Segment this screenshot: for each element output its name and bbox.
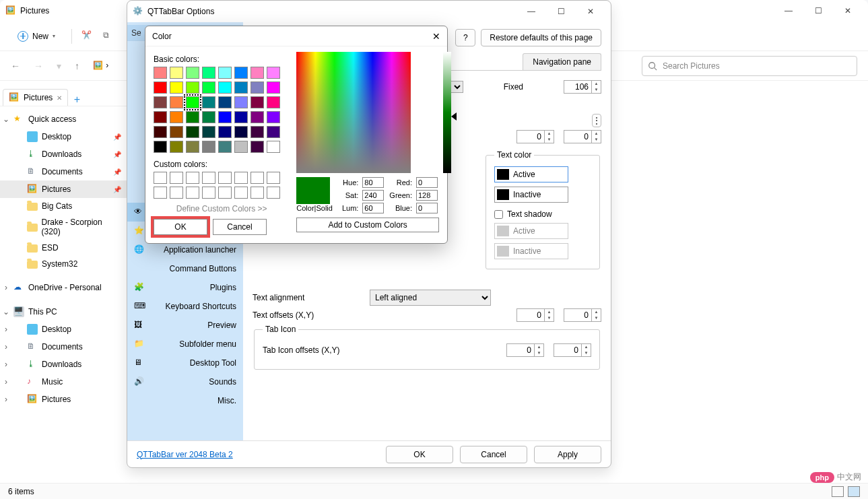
help-button[interactable]: ? [455, 29, 475, 46]
luminance-bar[interactable] [443, 52, 451, 173]
fixed-input[interactable] [564, 80, 592, 94]
custom-color-cell[interactable] [218, 172, 232, 184]
tree-esd[interactable]: ESD [0, 240, 127, 256]
back-button[interactable]: ← [11, 61, 20, 71]
input[interactable] [516, 308, 545, 322]
side-item-keyboard[interactable]: ⌨Keyboard Shortcuts [127, 297, 243, 316]
basic-color-cell[interactable] [154, 111, 167, 123]
basic-color-cell[interactable] [202, 67, 215, 79]
tree-downloads[interactable]: ⭳Downloads📌 [0, 145, 127, 163]
pc-downloads[interactable]: ›⭳Downloads [0, 356, 127, 373]
basic-color-cell[interactable] [251, 141, 264, 153]
copy-icon[interactable]: ⧉ [103, 30, 115, 42]
custom-color-cell[interactable] [234, 187, 248, 199]
basic-color-cell[interactable] [154, 96, 167, 108]
version-link[interactable]: QTTabBar ver 2048 Beta 2 [137, 450, 233, 459]
basic-color-cell[interactable] [186, 141, 199, 153]
custom-color-cell[interactable] [170, 187, 183, 199]
basic-color-cell[interactable] [234, 126, 248, 138]
basic-color-cell[interactable] [186, 96, 199, 108]
custom-color-cell[interactable] [251, 172, 264, 184]
basic-color-cell[interactable] [170, 141, 183, 153]
forward-button[interactable]: → [34, 61, 43, 71]
basic-color-cell[interactable] [170, 67, 183, 79]
cut-icon[interactable]: ✂️ [81, 30, 94, 42]
side-item-cmdbuttons[interactable]: Command Buttons [127, 259, 243, 278]
text-offset-x[interactable]: ▲▼ [516, 308, 554, 322]
view-list-button[interactable] [832, 486, 844, 497]
basic-color-cell[interactable] [202, 111, 215, 123]
recent-button[interactable]: ▾ [57, 61, 61, 71]
custom-color-cell[interactable] [154, 187, 167, 199]
restore-defaults-button[interactable]: Restore defaults of this page [481, 29, 601, 46]
basic-color-cell[interactable] [218, 96, 232, 108]
tab-pictures[interactable]: 🖼️ Pictures ✕ [3, 89, 68, 106]
close-button[interactable]: ✕ [833, 1, 863, 20]
input[interactable] [564, 130, 592, 143]
input[interactable] [564, 308, 592, 322]
close-button[interactable]: ✕ [432, 31, 440, 42]
text-shadow-checkbox[interactable]: Text shadow [494, 209, 591, 219]
basic-color-cell[interactable] [154, 126, 167, 138]
side-item-subfolder[interactable]: 📁Subfolder menu [127, 335, 243, 354]
basic-color-cell[interactable] [267, 111, 280, 123]
tree-pictures[interactable]: 🖼️Pictures📌 [0, 180, 127, 198]
side-item-misc[interactable]: Misc. [127, 391, 243, 410]
options-cancel-button[interactable]: Cancel [460, 446, 527, 463]
basic-color-cell[interactable] [170, 126, 183, 138]
picker-button[interactable]: ⋮ [592, 114, 601, 127]
basic-color-cell[interactable] [251, 96, 264, 108]
pc-desktop[interactable]: ›Desktop [0, 321, 127, 338]
tabicon-offset-x[interactable]: ▲▼ [506, 343, 544, 357]
side-item-preview[interactable]: 🖼Preview [127, 316, 243, 335]
maximize-button[interactable]: ☐ [803, 1, 833, 20]
maximize-button[interactable]: ☐ [546, 2, 576, 21]
basic-color-cell[interactable] [170, 96, 183, 108]
basic-color-cell[interactable] [154, 81, 167, 94]
basic-color-cell[interactable] [218, 81, 232, 94]
color-cancel-button[interactable]: Cancel [213, 219, 267, 235]
custom-color-cell[interactable] [186, 172, 199, 184]
text-alignment-select[interactable]: Left aligned [370, 290, 491, 306]
basic-color-cell[interactable] [186, 67, 199, 79]
tree-system32[interactable]: System32 [0, 256, 127, 272]
tree-drake[interactable]: Drake - Scorpion (320) [0, 214, 127, 240]
basic-color-cell[interactable] [202, 81, 215, 94]
basic-color-cell[interactable] [218, 141, 232, 153]
quick-access[interactable]: ⌄★Quick access [0, 110, 127, 128]
basic-color-cell[interactable] [234, 96, 248, 108]
green-input[interactable] [416, 190, 438, 201]
side-item-sounds[interactable]: 🔊Sounds [127, 372, 243, 391]
input[interactable] [554, 343, 582, 357]
basic-color-cell[interactable] [186, 126, 199, 138]
basic-color-cell[interactable] [251, 81, 264, 94]
active-color-button[interactable]: Active [494, 166, 568, 182]
basic-color-cell[interactable] [251, 126, 264, 138]
input[interactable] [506, 343, 535, 357]
fixed-spinner[interactable]: ▲▼ [564, 80, 601, 94]
basic-color-cell[interactable] [267, 141, 280, 153]
view-thumb-button[interactable] [848, 486, 860, 497]
close-tab-icon[interactable]: ✕ [57, 94, 62, 102]
basic-color-cell[interactable] [202, 96, 215, 108]
new-button[interactable]: New ▾ [11, 28, 62, 44]
subtab-navpane[interactable]: Navigation pane [523, 53, 601, 70]
basic-color-cell[interactable] [234, 81, 248, 94]
pc-music[interactable]: ›♪Music [0, 373, 127, 391]
custom-color-cell[interactable] [267, 172, 280, 184]
basic-color-cell[interactable] [218, 111, 232, 123]
basic-color-cell[interactable] [202, 126, 215, 138]
custom-color-cell[interactable] [251, 187, 264, 199]
pc-pictures[interactable]: ›🖼️Pictures [0, 391, 127, 408]
add-to-custom-button[interactable]: Add to Custom Colors [296, 218, 439, 232]
color-gradient[interactable] [296, 52, 411, 173]
up-button[interactable]: ↑ [75, 61, 79, 71]
tree-onedrive[interactable]: ›☁OneDrive - Personal [0, 279, 127, 296]
basic-color-cell[interactable] [154, 67, 167, 79]
custom-color-cell[interactable] [170, 172, 183, 184]
input[interactable] [516, 130, 545, 143]
size-mode-select[interactable] [450, 81, 463, 93]
luminance-marker[interactable] [451, 112, 457, 121]
hue-input[interactable] [362, 177, 384, 188]
custom-color-cell[interactable] [186, 187, 199, 199]
